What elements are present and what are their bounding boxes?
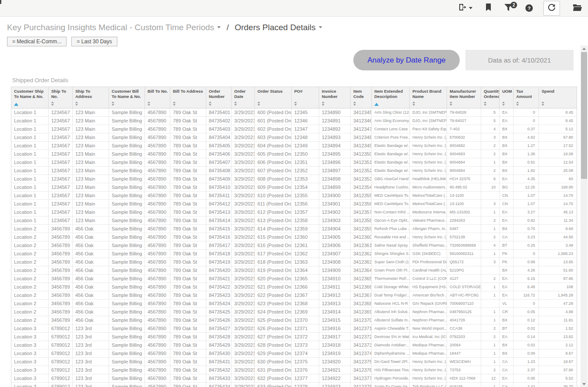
sort-icon <box>516 101 519 106</box>
export-button[interactable] <box>459 3 472 13</box>
cell: 12374 <box>292 349 319 358</box>
cell: 1 <box>481 358 500 366</box>
refresh-icon <box>548 3 556 13</box>
cell: 1 <box>481 225 500 233</box>
filter-button[interactable]: 2 <box>504 4 512 13</box>
cell: Medsource Interna... <box>410 208 447 216</box>
column-header[interactable]: Customer Ship To Name & No. <box>11 87 49 108</box>
column-header[interactable]: Ship To Address <box>73 87 109 108</box>
cell: 13.82 <box>539 333 577 341</box>
cell: EA <box>500 208 514 216</box>
vertical-scrollbar[interactable] <box>581 45 588 387</box>
column-header[interactable]: Product Brand Name <box>410 87 447 108</box>
scroll-up-arrow-icon[interactable] <box>582 48 586 50</box>
table-row: Location 11234567123 MainSample Billing4… <box>11 192 577 200</box>
column-header[interactable]: Bill To No. <box>145 87 170 108</box>
table-row: Location 36789012123 3rdSample Billing45… <box>11 374 577 383</box>
cell: 3/29/2021 <box>232 349 255 358</box>
cell: 84735418 <box>206 250 232 258</box>
column-header[interactable]: UOM <box>500 87 514 108</box>
cell: 3/29/2021 <box>232 167 255 175</box>
column-header[interactable]: Quantity Ordered <box>481 87 500 108</box>
cell: ABT-HC-RFC9G <box>447 291 481 300</box>
cell: 10 <box>481 183 500 192</box>
filter-count-badge: 2 <box>511 2 517 8</box>
cell: 4567890 <box>145 324 170 333</box>
cell: 3412369 <box>351 308 372 316</box>
cell: Sample Billing <box>109 341 145 349</box>
cell: Nephron Pharmac... <box>410 308 447 316</box>
cell: Location 2 <box>11 225 49 233</box>
cell: 1.52 <box>539 324 577 333</box>
cell: 7-402 <box>447 125 481 133</box>
cell: 4567890 <box>145 374 170 383</box>
filter-chip-medical-ecomm[interactable]: = Medical E-Comm... <box>7 37 67 46</box>
cell: 1 <box>481 250 500 258</box>
analyze-by-date-range-button[interactable]: Analyze by Date Range <box>353 50 460 70</box>
refresh-button[interactable] <box>543 1 560 16</box>
cell: 1234909 <box>319 266 351 275</box>
column-header[interactable]: Order Number <box>206 87 232 108</box>
cell: HSI Pillowcase Tiss... <box>372 366 410 374</box>
cell: 3/29/2021 <box>232 300 255 308</box>
cell: 3/29/2021 <box>232 316 255 324</box>
column-header[interactable]: Bill To Address <box>170 87 206 108</box>
cell: 3/29/2021 <box>232 383 255 387</box>
cell: 1234911 <box>319 283 351 291</box>
help-button[interactable]: ? <box>525 4 533 12</box>
cell: Elastic Bandage w/... <box>372 142 410 150</box>
cell: 3412365 <box>351 275 372 283</box>
column-header[interactable]: Manufacturer Item Number <box>447 87 481 108</box>
cell: 12366 <box>292 283 319 291</box>
column-header[interactable]: Invoice Number <box>319 87 351 108</box>
column-header[interactable]: Order Date <box>232 87 255 108</box>
column-header[interactable]: Ship To No. <box>49 87 73 108</box>
breadcrumb-current[interactable]: Orders Placed Details <box>235 23 316 32</box>
cell: 3/29/2021 <box>232 266 255 275</box>
cell: 3456789 <box>49 241 73 250</box>
column-header[interactable]: Tax Amount <box>514 87 539 108</box>
column-header[interactable]: Order Status <box>255 87 292 108</box>
chevron-down-icon[interactable] <box>319 26 322 28</box>
cell: Sample Billing <box>109 275 145 283</box>
cell: 1 <box>481 291 500 300</box>
cell: 25.08 <box>539 167 577 175</box>
scroll-down-arrow-icon[interactable] <box>582 383 586 385</box>
cell: 123 Main <box>73 167 109 175</box>
bookmark-button[interactable] <box>486 3 491 13</box>
cell: 3/29/2021 <box>232 374 255 383</box>
column-header[interactable]: Spend <box>539 87 577 108</box>
cell: 4567890 <box>145 266 170 275</box>
sort-icon <box>322 101 324 106</box>
cell: 3456789 <box>49 283 73 291</box>
cell: 12.54 <box>539 158 577 167</box>
cell: 123 3rd <box>73 358 109 366</box>
column-header[interactable]: Item Extended Description <box>372 87 410 108</box>
cell: 84735411 <box>206 192 232 200</box>
cell: 789 Oak St <box>170 216 206 225</box>
cell: 3/29/2021 <box>232 133 255 142</box>
scrollbar-thumb[interactable] <box>581 52 587 179</box>
sort-icon <box>234 101 237 106</box>
cell: 3412348 <box>351 133 372 142</box>
reports-folder-button[interactable] <box>573 4 582 13</box>
cell: EA <box>500 108 514 117</box>
chevron-down-icon[interactable] <box>217 26 221 28</box>
column-header[interactable]: Customer Bill To Name & No. <box>109 87 145 108</box>
cell: 4567890 <box>145 358 170 366</box>
cell: 8.67 <box>539 349 577 358</box>
cell: 19.67 <box>539 358 577 366</box>
cell: Location 1 <box>11 200 49 208</box>
cell: 12348 <box>292 133 319 142</box>
cell: Henry Schein Inc. (... <box>410 150 447 158</box>
cell: 625 (Posted Order. <box>255 316 292 324</box>
cell: Thermometer Ref/... <box>372 275 410 283</box>
cell: 5702139 <box>447 233 481 241</box>
column-header[interactable]: PO# <box>292 87 319 108</box>
cell: 789 Oak St <box>170 333 206 341</box>
breadcrumb-parent[interactable]: Key Purchasing Insights Medical - Custom… <box>7 23 214 32</box>
column-header[interactable]: Item Code <box>351 87 372 108</box>
cell: Diamode Antidiarr... <box>372 341 410 349</box>
cell: Refresh Plus Lube ... <box>372 225 410 233</box>
filter-chip-last-30-days[interactable]: = Last 30 Days <box>71 37 117 46</box>
